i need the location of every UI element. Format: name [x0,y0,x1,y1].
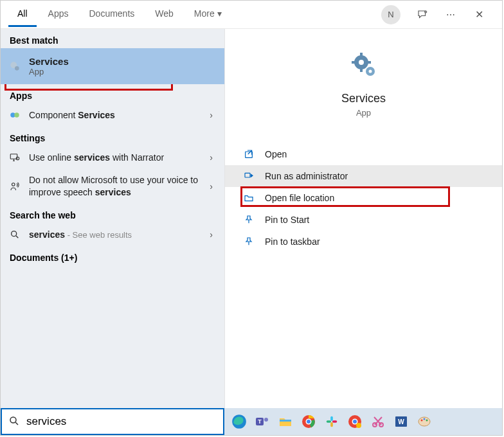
svg-point-6 [16,157,19,160]
label-bold: services [74,152,110,163]
taskbar-snip-icon[interactable] [368,412,388,431]
svg-rect-30 [330,422,333,427]
shield-icon [243,171,255,181]
result-label-bold: Services [78,110,115,120]
search-icon [8,415,20,429]
action-label: Pin to taskbar [265,236,320,247]
result-component-services[interactable]: Component Services › [1,103,224,127]
action-run-as-administrator[interactable]: Run as administrator [225,165,502,187]
search-input[interactable] [26,415,217,428]
label-post: - See web results [65,230,132,240]
svg-point-0 [425,11,427,13]
action-pin-to-start[interactable]: Pin to Start [225,209,502,231]
svg-point-34 [353,420,357,424]
more-options-icon[interactable]: ⋯ [440,4,461,25]
open-icon [243,149,255,159]
svg-rect-12 [360,68,363,72]
label-bold: services [29,229,65,240]
results-panel: Best match Services App Apps Component S… [1,29,224,408]
taskbar: T W [224,408,502,435]
svg-rect-29 [327,420,331,423]
folder-icon [243,193,255,203]
start-search-window: All Apps Documents Web More ▾ N ⋯ ✕ Best… [0,0,503,436]
svg-point-35 [356,423,361,428]
svg-point-10 [359,60,364,65]
result-title: Services [29,56,217,67]
chevron-down-icon: ▾ [217,8,222,19]
svg-rect-17 [246,152,253,157]
svg-rect-18 [245,173,250,177]
svg-text:W: W [398,418,404,425]
svg-point-16 [368,70,372,73]
chevron-right-icon: › [210,110,217,120]
action-open[interactable]: Open [225,143,502,165]
svg-rect-11 [360,53,363,57]
monitor-icon [8,151,21,164]
chevron-right-icon: › [210,181,217,192]
preview-sub: App [356,108,371,118]
tab-web[interactable]: Web [146,2,183,27]
svg-point-2 [15,66,19,71]
action-open-file-location[interactable]: Open file location [225,187,502,209]
component-icon [8,109,21,121]
taskbar-edge-icon[interactable] [230,412,249,431]
section-web: Search the web [1,204,224,223]
action-pin-to-taskbar[interactable]: Pin to taskbar [225,231,502,253]
tab-more-label: More [194,8,215,19]
gear-icon [8,60,21,73]
section-best-match: Best match [1,29,224,48]
action-list: Open Run as administrator Open file loca… [225,143,502,253]
svg-point-19 [10,417,16,423]
search-box[interactable] [1,408,224,435]
taskbar-chrome-canary-icon[interactable] [345,412,364,431]
pin-icon [243,236,255,247]
section-apps: Apps [1,84,224,103]
svg-text:T: T [258,418,262,425]
taskbar-paint-icon[interactable] [415,412,434,431]
tab-documents[interactable]: Documents [80,2,143,27]
svg-point-42 [424,418,426,420]
tab-all[interactable]: All [8,2,37,27]
svg-point-27 [307,420,310,424]
result-narrator-services[interactable]: Use online services with Narrator › [1,146,224,169]
label-bold: services [95,187,131,197]
action-label: Run as administrator [265,171,348,181]
svg-point-41 [421,420,423,422]
svg-rect-14 [367,61,371,64]
taskbar-slack-icon[interactable] [322,412,341,431]
section-settings: Settings [1,127,224,146]
svg-rect-13 [352,61,356,64]
svg-rect-24 [280,420,291,422]
label-post: with Narrator [110,152,164,163]
action-label: Open file location [265,193,334,203]
close-icon[interactable]: ✕ [469,4,489,25]
result-web-services[interactable]: services - See web results › [1,223,224,246]
feedback-icon[interactable] [412,4,433,25]
gear-icon [348,49,379,80]
result-label-prefix: Component [29,110,78,120]
action-label: Pin to Start [265,215,309,225]
svg-point-4 [14,112,19,118]
svg-rect-31 [332,420,337,423]
taskbar-word-icon[interactable]: W [392,412,411,431]
taskbar-chrome-icon[interactable] [299,412,318,431]
preview-title: Services [341,92,386,105]
taskbar-teams-icon[interactable]: T [253,412,272,431]
svg-point-7 [12,183,15,186]
taskbar-explorer-icon[interactable] [276,412,295,431]
result-sub: App [29,67,217,76]
filter-tabs: All Apps Documents Web More ▾ N ⋯ ✕ [1,1,502,29]
preview-panel: Services App Open Run as administrator [224,29,502,408]
chevron-right-icon: › [210,229,217,240]
tab-apps[interactable]: Apps [39,2,78,27]
result-services-app[interactable]: Services App [1,48,224,84]
result-speech-services[interactable]: Do not allow Microsoft to use your voice… [1,169,224,204]
svg-rect-28 [330,416,333,421]
chevron-right-icon: › [210,152,217,163]
user-avatar[interactable]: N [381,5,401,24]
section-documents: Documents (1+) [1,246,224,265]
svg-point-43 [426,420,428,422]
svg-point-8 [12,231,17,236]
tab-more[interactable]: More ▾ [185,2,231,27]
action-label: Open [265,149,287,159]
